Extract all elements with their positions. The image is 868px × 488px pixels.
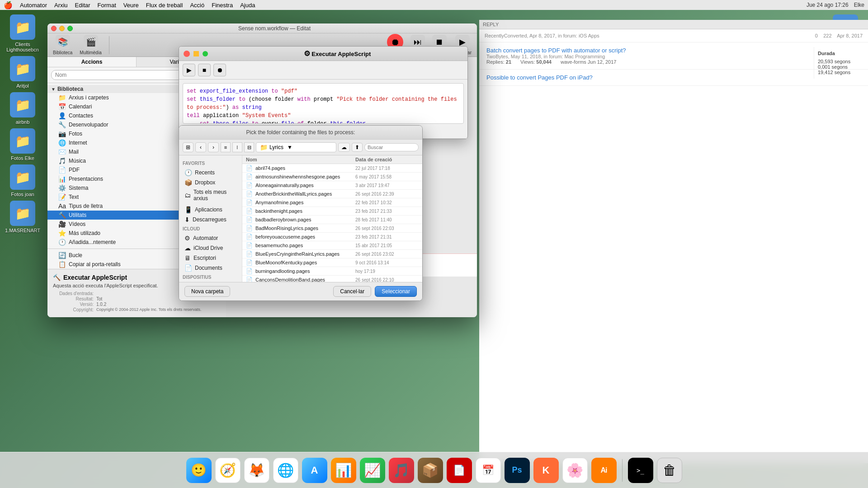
dock-safari[interactable]: 🧭 bbox=[215, 458, 241, 483]
picker-footer: Nova carpeta Cancel·lar Seleccionar bbox=[179, 282, 422, 300]
documents-icon: 📄 bbox=[184, 264, 192, 272]
play-button[interactable]: ▶ bbox=[183, 64, 195, 76]
dock-firefox[interactable]: 🦊 bbox=[244, 458, 269, 483]
dialog-zoom-button[interactable] bbox=[203, 51, 208, 56]
forum-post-title-1[interactable]: Batch convert pages to PDF with automato… bbox=[486, 47, 861, 54]
menu-accio[interactable]: Acció bbox=[190, 2, 204, 9]
file-row-12[interactable]: 📄 burningandlooting.pages hoy 17:19 bbox=[242, 267, 422, 276]
menu-flux[interactable]: Flux de treball bbox=[146, 2, 183, 9]
dock-itunes[interactable]: 🎵 bbox=[389, 458, 414, 483]
forum-post-1: Batch convert pages to PDF with automato… bbox=[479, 42, 868, 70]
file-row-9[interactable]: 📄 besamemucho.pages 15 abr 2017 21:05 bbox=[242, 241, 422, 250]
menu-veure[interactable]: Veure bbox=[123, 2, 139, 9]
dock-finder[interactable]: 🙂 bbox=[186, 458, 212, 483]
minimize-button[interactable] bbox=[59, 26, 65, 31]
multimedia-button[interactable]: 🎬 Multimèdia bbox=[80, 35, 101, 55]
new-folder-button[interactable]: Nova carpeta bbox=[184, 286, 230, 297]
cloud-icon: ☁ bbox=[184, 244, 191, 252]
file-row-5[interactable]: 📄 backinthenight.pages 23 feb 2017 21:33 bbox=[242, 207, 422, 216]
dock-illustrator[interactable]: Ai bbox=[591, 458, 617, 483]
forward-btn[interactable]: › bbox=[208, 142, 219, 152]
sidebar-all-archives[interactable]: 🗂 Tots els meus arxius bbox=[179, 188, 242, 203]
sidebar-automator[interactable]: ⚙ Automator bbox=[179, 233, 242, 243]
file-row-2[interactable]: 📄 Aloneagainnaturally.pages 3 abr 2017 1… bbox=[242, 181, 422, 190]
sidebar-icloud-drive[interactable]: ☁ iCloud Drive bbox=[179, 243, 242, 253]
desktop-icon-fotos-elke[interactable]: 📁 Fotos Elke bbox=[5, 128, 41, 161]
utilities-icon: 🔨 bbox=[58, 211, 66, 219]
cancel-button[interactable]: Cancel·lar bbox=[333, 286, 371, 297]
close-button[interactable] bbox=[51, 26, 57, 31]
file-row-10[interactable]: 📄 BlueEyesCryingintheRainLyrics.pages 26… bbox=[242, 250, 422, 258]
calendar-icon: 📅 bbox=[58, 103, 66, 110]
file-row-0[interactable]: 📄 abril74.pages 22 jul 2017 17:18 bbox=[242, 164, 422, 173]
video-icon: 🎥 bbox=[58, 221, 66, 228]
sidebar-documents[interactable]: 📄 Documents bbox=[179, 263, 242, 273]
back-btn[interactable]: ‹ bbox=[195, 142, 206, 152]
sidebar-mac-pro[interactable]: 💻 Mac Pro de Elke bbox=[179, 282, 242, 282]
menu-finestra[interactable]: Finestra bbox=[212, 2, 233, 9]
forum-post-title-2[interactable]: Possible to convert Pages PDF on iPad? bbox=[486, 74, 861, 81]
desktop-icon-aritjol[interactable]: 📁 Aritjol bbox=[5, 56, 41, 89]
picker-search-input[interactable] bbox=[364, 143, 419, 151]
menu-ajuda[interactable]: Ajuda bbox=[240, 2, 255, 9]
action-icon: 📋 bbox=[58, 261, 66, 268]
dock-calendar[interactable]: 📅 bbox=[476, 458, 501, 483]
dock-trash[interactable]: 🗑 bbox=[657, 458, 682, 483]
file-row-13[interactable]: 📄 CançonsDemolitionBand.pages 26 sept 20… bbox=[242, 276, 422, 282]
sidebar-downloads[interactable]: ⬇ Descarregues bbox=[179, 215, 242, 225]
dock-keynote[interactable]: 📊 bbox=[331, 458, 356, 483]
dialog-minimize-button[interactable] bbox=[193, 51, 199, 56]
file-row-6[interactable]: 📄 badbadleroybrown.pages 28 feb 2017 11:… bbox=[242, 216, 422, 224]
file-row-11[interactable]: 📄 BlueMoonofKentucky.pages 9 oct 2016 13… bbox=[242, 258, 422, 267]
menu-automator[interactable]: Automator bbox=[20, 2, 47, 9]
internet-icon: 🌐 bbox=[58, 139, 66, 146]
dock-photos[interactable]: 🌸 bbox=[562, 458, 588, 483]
desktop-icon-airbnb[interactable]: 📁 airbnb bbox=[5, 92, 41, 125]
info-versio: Versió: 1.0.2 bbox=[53, 302, 221, 307]
stop-button[interactable]: ■ bbox=[198, 64, 211, 76]
menu-editar[interactable]: Editar bbox=[75, 2, 90, 9]
file-icon: 📄 bbox=[246, 208, 253, 214]
file-row-4[interactable]: 📄 Anymanofmine.pages 22 feb 2017 10:32 bbox=[242, 198, 422, 207]
select-button[interactable]: Seleccionar bbox=[375, 286, 417, 297]
file-icon: 📄 bbox=[246, 251, 253, 257]
menu-format[interactable]: Format bbox=[98, 2, 116, 9]
desktop-icon-fotos-joan[interactable]: 📁 Fotos joan bbox=[5, 164, 41, 197]
gallery-view-btn[interactable]: ⊟ bbox=[244, 142, 254, 152]
apple-menu[interactable]: 🍎 bbox=[4, 1, 13, 9]
file-row-1[interactable]: 📄 aintnosunshinewhennshesgone.pages 6 ma… bbox=[242, 173, 422, 181]
share-btn[interactable]: ⬆ bbox=[352, 143, 363, 152]
desktop-icon-clients[interactable]: 📁 Clients Lighthousebcn bbox=[5, 14, 41, 52]
sidebar-apps[interactable]: 📱 Aplicacions bbox=[179, 205, 242, 215]
library-button[interactable]: 📚 Biblioteca bbox=[53, 35, 72, 55]
automator-icon: ⚙ bbox=[184, 235, 190, 242]
dock-chrome[interactable]: 🌐 bbox=[273, 458, 298, 483]
dock-appstore[interactable]: A bbox=[302, 458, 327, 483]
text-icon: 📝 bbox=[58, 193, 66, 201]
file-row-8[interactable]: 📄 beforeyouaccuseme.pages 23 feb 2017 21… bbox=[242, 233, 422, 241]
sidebar-dropbox[interactable]: 📦 Dropbox bbox=[179, 178, 242, 188]
dock-photoshop[interactable]: Ps bbox=[505, 458, 530, 483]
favorites-section: Favorits bbox=[179, 159, 242, 168]
file-row-3[interactable]: 📄 AnotherBrickintheWallLyrics.pages 26 s… bbox=[242, 190, 422, 198]
column-view-btn[interactable]: ⁞ bbox=[232, 142, 242, 152]
grid-view-btn[interactable]: ⊞ bbox=[183, 142, 193, 152]
list-view-btn[interactable]: ≡ bbox=[221, 142, 231, 152]
tab-accions[interactable]: Accions bbox=[47, 57, 137, 67]
dock-numbers[interactable]: 📈 bbox=[360, 458, 385, 483]
sidebar-desktop[interactable]: 🖥 Escriptori bbox=[179, 253, 242, 263]
dock-klokki[interactable]: K bbox=[533, 458, 559, 483]
menu-arxiu[interactable]: Arxiu bbox=[54, 2, 68, 9]
dialog-close-button[interactable]: ✕ bbox=[184, 51, 190, 57]
sidebar-recents[interactable]: 🕐 Recents bbox=[179, 168, 242, 178]
code-editor[interactable]: set export_file_extension to "pdf" set t… bbox=[183, 83, 464, 124]
file-row-7[interactable]: 📄 BadMoonRisingLyrics.pages 26 sept 2016… bbox=[242, 224, 422, 233]
file-icon: 📄 bbox=[246, 242, 253, 249]
dock-package[interactable]: 📦 bbox=[418, 458, 443, 483]
dock-terminal[interactable]: >_ bbox=[628, 458, 653, 483]
desktop-icon-masrenart[interactable]: 📁 1.MASRENART bbox=[5, 201, 41, 233]
maximize-button[interactable] bbox=[67, 26, 73, 31]
action-menu-btn[interactable]: ☁ bbox=[338, 143, 350, 152]
dock-acrobat[interactable]: 📄 bbox=[447, 458, 472, 483]
record-button[interactable]: ⏺ bbox=[213, 64, 226, 76]
